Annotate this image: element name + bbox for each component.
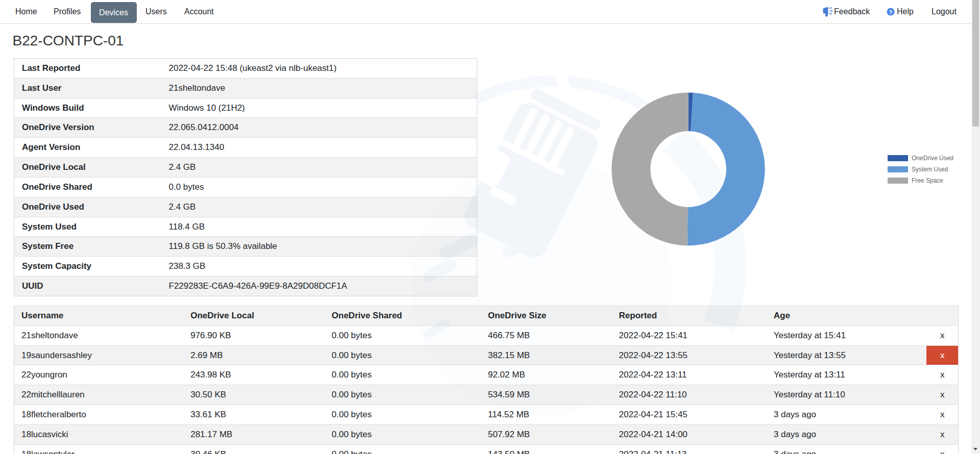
svg-text:?: ? xyxy=(889,9,893,15)
